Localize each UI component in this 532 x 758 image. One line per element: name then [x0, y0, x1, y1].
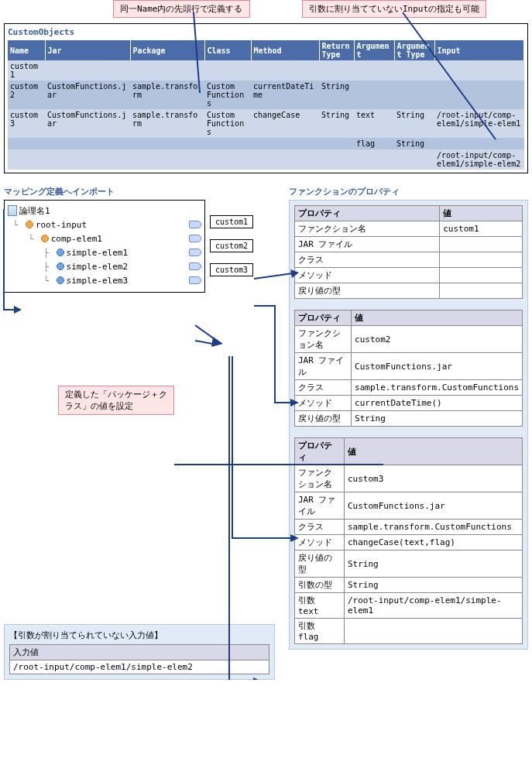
mapping-import-title: マッピング定義へインポート: [4, 186, 283, 197]
custom-objects-panel: CustomObjects NameJarPackageClassMethodR…: [4, 23, 528, 173]
custom1-node[interactable]: custom1: [210, 215, 253, 228]
custom3-node[interactable]: custom3: [210, 263, 253, 276]
leaf-icon: [57, 276, 64, 284]
table-row: custom1: [8, 60, 524, 81]
port-icon[interactable]: [189, 276, 201, 284]
tree-node[interactable]: ├ simple-elem2: [8, 259, 201, 273]
callout-define-first-row: 同一Name内の先頭行で定義する: [113, 0, 250, 18]
tree-node[interactable]: └ simple-elem3: [8, 273, 201, 287]
table-row: custom2CustomFunctions.jarsample.transfo…: [8, 81, 524, 109]
port-icon[interactable]: [189, 262, 201, 270]
property-table-custom1: プロパティ値 ファンクション名custom1 JAR ファイル クラス メソッド…: [294, 205, 523, 299]
callout-package-class: 定義した「パッケージ＋クラス」の値を設定: [58, 386, 174, 415]
custom2-node[interactable]: custom2: [210, 239, 253, 252]
custom-objects-title: CustomObjects: [8, 27, 524, 37]
tree-node[interactable]: └ root-input: [8, 218, 201, 232]
port-icon[interactable]: [189, 221, 201, 228]
table-row: flagString: [8, 138, 524, 149]
table-row: custom3CustomFunctions.jarsample.transfo…: [8, 109, 524, 138]
tree-node[interactable]: └ comp-elem1: [8, 232, 201, 245]
element-icon: [41, 235, 49, 242]
input-value: /root-input/comp-elem1/simple-elem2: [9, 660, 269, 674]
document-icon: [8, 205, 17, 216]
callout-unassigned-input: 引数に割り当てていないInputの指定も可能: [302, 0, 486, 18]
port-icon[interactable]: [189, 235, 201, 242]
tree-node[interactable]: ├ simple-elem1: [8, 245, 201, 259]
leaf-icon: [57, 249, 64, 256]
custom-objects-table: NameJarPackageClassMethodReturn TypeArgu…: [8, 40, 524, 170]
leaf-icon: [57, 262, 64, 270]
port-icon[interactable]: [189, 249, 201, 256]
function-properties-panel: プロパティ値 ファンクション名custom1 JAR ファイル クラス メソッド…: [289, 200, 528, 650]
unassigned-input-panel: 【引数が割り当てられていない入力値】 入力値 /root-input/comp-…: [4, 624, 275, 680]
tree-root: 論理名1: [8, 204, 201, 218]
element-icon: [26, 221, 33, 228]
mapping-tree-panel: 論理名1 └ root-input └ comp-elem1 ├ simple-…: [4, 200, 205, 293]
table-row: /root-input/comp-elem1/simple-elem2: [8, 149, 524, 170]
property-table-custom2: プロパティ値 ファンクション名custom2 JAR ファイルCustomFun…: [294, 310, 523, 427]
function-properties-title: ファンクションのプロパティ: [289, 186, 528, 197]
property-table-custom3: プロパティ値 ファンクション名custom3 JAR ファイルCustomFun…: [294, 437, 523, 644]
table-header-row: NameJarPackageClassMethodReturn TypeArgu…: [8, 40, 524, 60]
input-value-label: 入力値: [9, 644, 269, 660]
unassigned-title: 【引数が割り当てられていない入力値】: [9, 629, 269, 641]
